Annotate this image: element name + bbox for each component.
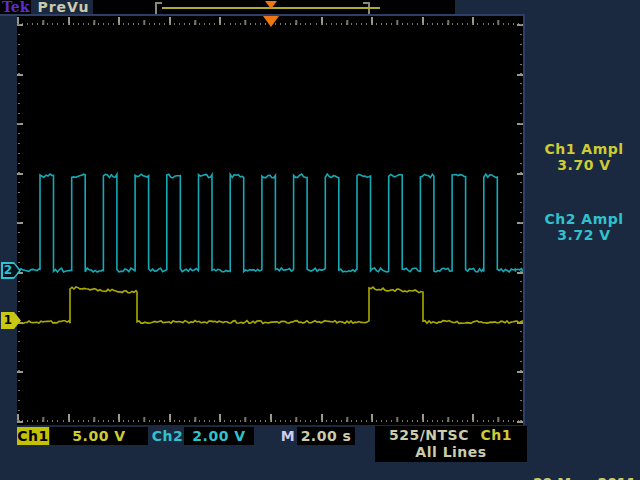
timebase-label: M xyxy=(279,427,297,445)
oscilloscope-screen: TekPreVu 2 1 Ch1 Ampl 3.70 V Ch2 Ampl xyxy=(0,0,640,480)
date-text: 29 Mar 2011 xyxy=(533,475,636,480)
ch1-scale-readout: 5.00 V xyxy=(50,427,148,445)
measurement-ch1-ampl: Ch1 Ampl 3.70 V xyxy=(528,141,640,173)
trigger-info-box: 525/NTSC Ch1 All Lines xyxy=(375,426,527,462)
datetime-display: 29 Mar 2011 15:57:52 xyxy=(533,443,636,480)
trigger-standard: 525/NTSC xyxy=(389,426,469,444)
timebase-readout: 2.00 s xyxy=(297,427,355,445)
ch2-label: Ch2 xyxy=(151,427,184,445)
ch2-scale-readout: 2.00 V xyxy=(184,427,254,445)
graticule xyxy=(17,16,523,425)
measurement-ch2-ampl: Ch2 Ampl 3.72 V xyxy=(528,211,640,243)
ch1-badge: Ch1 xyxy=(17,427,49,445)
brand-status: TekPreVu xyxy=(2,0,89,15)
trigger-mode: All Lines xyxy=(375,444,527,461)
measurement-ch2-value: 3.72 V xyxy=(528,227,640,243)
tek-logo: Tek xyxy=(2,0,29,15)
ch1-ground-marker: 1 xyxy=(1,312,21,329)
acquisition-mode-label: PreVu xyxy=(37,0,89,15)
ch1-marker-number: 1 xyxy=(1,312,15,329)
ch2-marker-number: 2 xyxy=(1,262,15,279)
trigger-position-icon xyxy=(265,1,277,9)
measurement-ch2-label: Ch2 Ampl xyxy=(528,211,640,227)
measurement-ch1-label: Ch1 Ampl xyxy=(528,141,640,157)
measurement-ch1-value: 3.70 V xyxy=(528,157,640,173)
ch2-ground-marker: 2 xyxy=(1,262,21,279)
trigger-source: Ch1 xyxy=(481,426,512,444)
waveform-traces xyxy=(17,16,523,425)
graticule-right-edge xyxy=(523,16,525,425)
